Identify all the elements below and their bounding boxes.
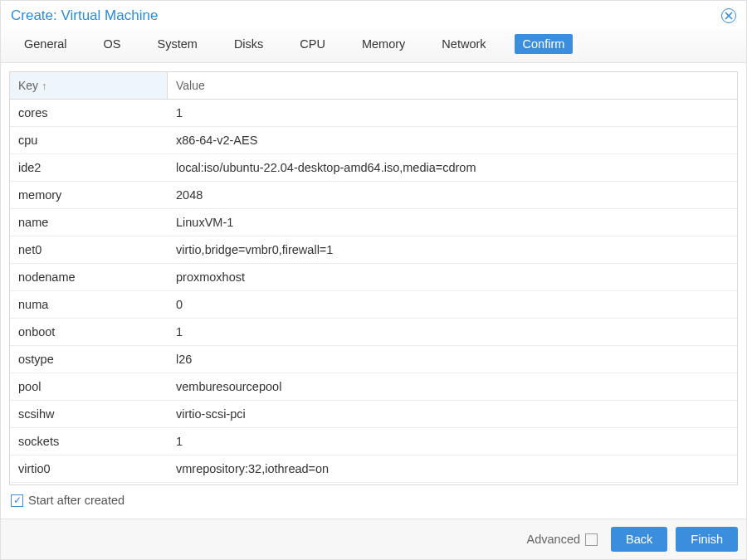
table-row[interactable]: poolvemburesourcepool xyxy=(10,373,737,401)
cell-value: proxmoxhost xyxy=(168,264,737,290)
cell-value: 1 xyxy=(168,319,737,345)
cell-key: ostype xyxy=(10,346,168,373)
dialog-body: Key ↑ Value cores1cpux86-64-v2-AESide2lo… xyxy=(1,63,746,519)
finish-button[interactable]: Finish xyxy=(676,527,738,552)
titlebar: Create: Virtual Machine xyxy=(1,1,746,29)
advanced-toggle[interactable]: Advanced xyxy=(527,533,598,546)
table-body[interactable]: cores1cpux86-64-v2-AESide2local:iso/ubun… xyxy=(10,100,737,485)
start-after-created-row: Start after created xyxy=(9,485,738,510)
tab-disks[interactable]: Disks xyxy=(226,34,271,54)
cell-key: pool xyxy=(10,373,168,400)
table-row[interactable]: cpux86-64-v2-AES xyxy=(10,127,737,154)
cell-key: scsihw xyxy=(10,401,168,427)
tab-system[interactable]: System xyxy=(149,34,206,54)
table-row[interactable]: ide2local:iso/ubuntu-22.04-desktop-amd64… xyxy=(10,154,737,182)
tab-general[interactable]: General xyxy=(16,34,76,54)
table-row[interactable]: memory2048 xyxy=(10,182,737,209)
table-row[interactable]: nameLinuxVM-1 xyxy=(10,209,737,236)
tab-confirm[interactable]: Confirm xyxy=(515,34,574,54)
table-row[interactable]: onboot1 xyxy=(10,319,737,346)
column-header-value-label: Value xyxy=(176,79,205,92)
cell-key: memory xyxy=(10,182,168,208)
table-row[interactable]: virtio0vmrepository:32,iothread=on xyxy=(10,455,737,483)
cell-value: local:iso/ubuntu-22.04-desktop-amd64.iso… xyxy=(168,154,737,181)
cell-value: vemburesourcepool xyxy=(168,373,737,400)
sort-ascending-icon: ↑ xyxy=(42,80,47,92)
column-header-key-label: Key xyxy=(18,79,38,92)
cell-value: 0 xyxy=(168,291,737,318)
cell-value: 1 xyxy=(168,100,737,126)
cell-key: virtio0 xyxy=(10,455,168,482)
table-row[interactable]: net0virtio,bridge=vmbr0,firewall=1 xyxy=(10,236,737,264)
table-row[interactable]: nodenameproxmoxhost xyxy=(10,264,737,291)
table-row[interactable]: numa0 xyxy=(10,291,737,319)
back-button[interactable]: Back xyxy=(611,527,667,552)
cell-key: onboot xyxy=(10,319,168,345)
cell-key: name xyxy=(10,209,168,236)
close-button[interactable] xyxy=(721,8,736,23)
cell-value: x86-64-v2-AES xyxy=(168,127,737,153)
summary-table: Key ↑ Value cores1cpux86-64-v2-AESide2lo… xyxy=(9,71,738,485)
cell-key: nodename xyxy=(10,264,168,290)
cell-value: virtio-scsi-pci xyxy=(168,401,737,427)
dialog-title: Create: Virtual Machine xyxy=(11,7,158,24)
advanced-checkbox[interactable] xyxy=(585,533,598,546)
cell-value: LinuxVM-1 xyxy=(168,209,737,236)
cell-key: net0 xyxy=(10,236,168,263)
column-header-value[interactable]: Value xyxy=(168,72,737,99)
table-row[interactable]: sockets1 xyxy=(10,428,737,455)
cell-key: numa xyxy=(10,291,168,318)
tab-network[interactable]: Network xyxy=(433,34,494,54)
cell-value: 1 xyxy=(168,428,737,455)
wizard-tabs: GeneralOSSystemDisksCPUMemoryNetworkConf… xyxy=(1,29,746,63)
table-row[interactable]: cores1 xyxy=(10,100,737,127)
advanced-label: Advanced xyxy=(527,533,581,546)
dialog-footer: Advanced Back Finish xyxy=(1,519,746,559)
cell-key: sockets xyxy=(10,428,168,455)
tab-memory[interactable]: Memory xyxy=(354,34,413,54)
table-row[interactable]: ostypel26 xyxy=(10,346,737,373)
create-vm-dialog: Create: Virtual Machine GeneralOSSystemD… xyxy=(0,0,747,560)
cell-value: 2048 xyxy=(168,182,737,208)
cell-key: cores xyxy=(10,100,168,126)
column-header-key[interactable]: Key ↑ xyxy=(10,72,168,99)
close-icon xyxy=(725,12,733,20)
tab-os[interactable]: OS xyxy=(95,34,129,54)
cell-value: virtio,bridge=vmbr0,firewall=1 xyxy=(168,236,737,263)
cell-key: cpu xyxy=(10,127,168,153)
cell-value: vmrepository:32,iothread=on xyxy=(168,455,737,482)
table-row[interactable]: scsihwvirtio-scsi-pci xyxy=(10,401,737,428)
cell-key: ide2 xyxy=(10,154,168,181)
start-after-created-label: Start after created xyxy=(28,494,124,507)
tab-cpu[interactable]: CPU xyxy=(291,34,334,54)
cell-value: l26 xyxy=(168,346,737,373)
table-header: Key ↑ Value xyxy=(10,72,737,100)
start-after-created-checkbox[interactable] xyxy=(11,494,23,507)
